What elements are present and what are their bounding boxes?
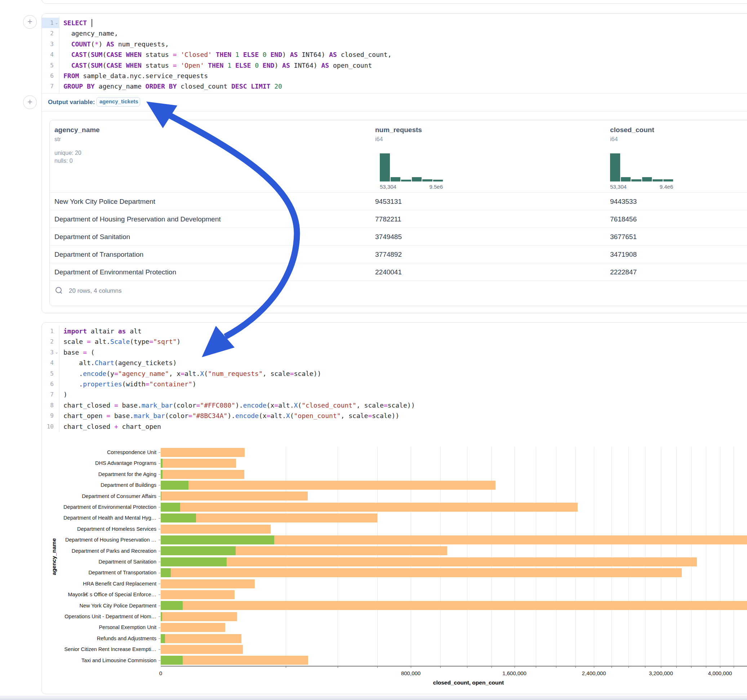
column-header-closed-count[interactable]: closed_count (610, 126, 654, 134)
code-token: SUM (91, 62, 103, 69)
output-variable-strip: Output variable: agency_tickets (42, 93, 747, 112)
code-token: "num_requests" (208, 370, 263, 377)
code-line[interactable]: CAST(SUM(CASE WHEN status = 'Open' THEN … (64, 60, 372, 71)
output-variable-pill[interactable]: agency_tickets (96, 97, 140, 107)
code-token: open_count (329, 62, 372, 69)
code-token: encode (235, 412, 259, 419)
code-token: = (368, 412, 372, 419)
code-token: CASE (106, 62, 122, 69)
add-cell-button[interactable]: + (23, 15, 37, 29)
code-token: = (114, 401, 118, 409)
table-row: Department of Sanitation37494853677651 (50, 228, 747, 246)
add-cell-button[interactable]: + (23, 95, 37, 109)
line-number: 7 (42, 389, 54, 400)
line-number: 6 (42, 71, 54, 81)
code-token: 0 (255, 62, 259, 69)
code-token (204, 62, 208, 69)
code-token: import (64, 327, 87, 335)
code-token: ( (87, 62, 91, 69)
code-token: status (142, 62, 173, 69)
column-meta-nulls: nulls: 0 (54, 158, 73, 164)
code-token: Chart (95, 359, 114, 367)
result-table-card: agency_name str unique: 20 nulls: 0 num_… (49, 120, 747, 306)
table-row: New York City Police Department945313194… (50, 192, 747, 210)
code-token: ( (102, 51, 106, 58)
code-line[interactable]: import altair as alt (64, 326, 142, 336)
code-token: alt (126, 327, 141, 335)
code-token (212, 51, 216, 58)
line-number: 4 (42, 358, 54, 368)
histogram-bar (401, 180, 411, 181)
code-token (259, 51, 263, 58)
code-line[interactable]: CAST(SUM(CASE WHEN status = 'Closed' THE… (64, 49, 392, 60)
code-token (64, 51, 71, 58)
code-token: FROM (64, 72, 79, 80)
code-token: chart_open (118, 423, 161, 430)
code-token: SUM (91, 51, 103, 58)
code-token: (color (172, 401, 196, 409)
code-token: END (263, 62, 275, 69)
search-icon[interactable] (56, 287, 62, 293)
code-token: , scale (263, 370, 290, 377)
code-token: COUNT (71, 40, 91, 48)
code-token (270, 83, 274, 90)
code-line[interactable]: agency_name, (64, 28, 118, 39)
code-token: = (87, 338, 91, 345)
code-token (64, 62, 71, 69)
code-token: closed_count, (337, 51, 392, 58)
line-number: 7 (42, 81, 54, 92)
table-cell-agency-name: Department of Environmental Protection (54, 263, 176, 281)
code-token: "agency_name" (118, 370, 169, 377)
line-number: 10 (42, 421, 54, 432)
code-token: alt. (64, 359, 95, 367)
code-line[interactable]: scale = alt.Scale(type="sqrt") (64, 336, 180, 347)
column-type-num-requests: i64 (375, 136, 383, 143)
code-token: X (200, 370, 204, 377)
fold-chevron-icon[interactable]: ⌄ (54, 18, 59, 28)
code-token: properties (83, 380, 122, 388)
code-line[interactable]: ) (64, 389, 67, 400)
code-token: chart_closed (64, 423, 114, 430)
code-token: chart_closed (64, 401, 114, 409)
output-variable-label: Output variable: (48, 99, 95, 106)
histogram-closed-count (610, 153, 673, 181)
code-token: LIMIT (251, 83, 270, 90)
code-token: base (64, 348, 83, 356)
table-cell-closed-count: 7618456 (610, 210, 637, 228)
code-token: AS (321, 62, 329, 69)
code-token: ) (274, 62, 282, 69)
code-line[interactable]: chart_closed + chart_open (64, 421, 161, 432)
code-line[interactable]: SELECT (64, 18, 87, 28)
code-token: scale)) (388, 401, 415, 409)
code-line[interactable]: .encode(y="agency_name", x=alt.X("num_re… (64, 368, 321, 379)
code-token: 1 (227, 62, 231, 69)
code-token (247, 83, 251, 90)
code-token: (x (259, 412, 267, 419)
table-cell-closed-count: 3471908 (610, 246, 637, 263)
table-footer: 20 rows, 4 columns (50, 281, 747, 306)
code-token: = (290, 370, 294, 377)
code-line[interactable]: base = ( (64, 347, 95, 358)
column-header-num-requests[interactable]: num_requests (375, 126, 422, 134)
histogram-min-label: 53,304 (380, 184, 396, 190)
code-token: = (384, 401, 388, 409)
code-line[interactable]: chart_open = base.mark_bar(color="#8BC34… (64, 410, 399, 421)
code-token: ELSE (235, 62, 251, 69)
table-cell-num-requests: 2240041 (375, 263, 402, 281)
code-line[interactable]: COUNT(*) AS num_requests, (64, 39, 169, 49)
code-line[interactable]: FROM sample_data.nyc.service_requests (64, 71, 208, 81)
fold-chevron-icon[interactable]: ⌄ (54, 347, 59, 358)
code-line[interactable]: alt.Chart(agency_tickets) (64, 358, 177, 368)
code-token: DESC (231, 83, 247, 90)
code-line[interactable]: GROUP BY agency_name ORDER BY closed_cou… (64, 81, 282, 92)
column-header-agency-name[interactable]: agency_name (54, 126, 100, 134)
line-number: 2 (42, 336, 54, 347)
code-token: = (149, 338, 153, 345)
code-line[interactable]: chart_closed = base.mark_bar(color="#FFC… (64, 400, 415, 410)
code-token: ORDER BY (145, 83, 177, 90)
table-cell-closed-count: 2222847 (610, 263, 637, 281)
code-token: INT64) (298, 51, 329, 58)
gutter-separator (59, 17, 59, 94)
code-token: closed_count (177, 83, 231, 90)
code-line[interactable]: .properties(width="container") (64, 379, 197, 389)
